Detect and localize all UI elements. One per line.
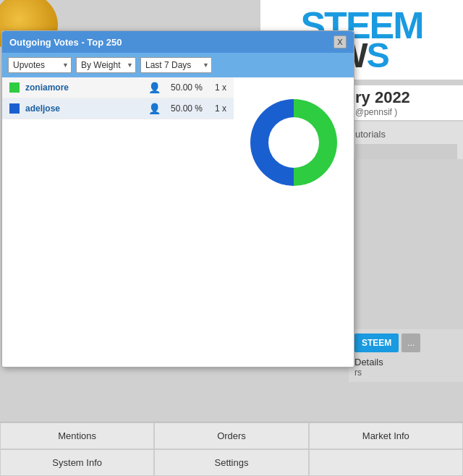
sort-filter-select[interactable]: By Weight By Count xyxy=(76,57,136,73)
tab-system-info[interactable]: System Info xyxy=(0,449,154,476)
table-row: adeljose 👤 50.00 % 1 x xyxy=(2,98,234,119)
svg-point-0 xyxy=(268,117,319,168)
type-filter-wrapper: Upvotes Downvotes ▼ xyxy=(8,57,72,73)
modal-title: Outgoing Votes - Top 250 xyxy=(9,37,122,48)
modal-header: Outgoing Votes - Top 250 X xyxy=(2,31,354,53)
tab-row-2: System Info Settings xyxy=(0,449,463,476)
steem-button[interactable]: STEEM xyxy=(354,333,399,352)
outgoing-votes-modal: Outgoing Votes - Top 250 X Upvotes Downv… xyxy=(1,30,354,367)
user-text: @pennsif ) xyxy=(355,107,457,117)
tab-mentions[interactable]: Mentions xyxy=(0,422,154,449)
count-adeljose: 1 x xyxy=(208,103,226,114)
period-filter-select[interactable]: Last 7 Days Last 30 Days All Time xyxy=(140,57,212,73)
dots-button[interactable]: ... xyxy=(402,333,420,352)
color-indicator-green xyxy=(9,82,20,93)
sort-filter-wrapper: By Weight By Count ▼ xyxy=(76,57,136,73)
username-zoniamore[interactable]: zoniamore xyxy=(25,82,143,93)
rs-text: rs xyxy=(354,367,457,378)
tab-market-info[interactable]: Market Info xyxy=(309,422,463,449)
bottom-tabs: Mentions Orders Market Info System Info … xyxy=(0,422,463,476)
tab-settings[interactable]: Settings xyxy=(154,449,308,476)
filter-bar: Upvotes Downvotes ▼ By Weight By Count ▼… xyxy=(2,53,354,77)
tutorials-text: utorials xyxy=(355,129,457,140)
table-row: zoniamore 👤 50.00 % 1 x xyxy=(2,77,234,98)
type-filter-select[interactable]: Upvotes Downvotes xyxy=(8,57,72,73)
pct-zoniamore: 50.00 % xyxy=(166,82,203,93)
username-adeljose[interactable]: adeljose xyxy=(25,103,143,114)
color-indicator-blue xyxy=(9,103,20,114)
count-zoniamore: 1 x xyxy=(208,82,226,93)
donut-chart xyxy=(243,92,344,193)
tab-row-1: Mentions Orders Market Info xyxy=(0,422,463,449)
details-text: Details xyxy=(354,357,457,367)
modal-body: zoniamore 👤 50.00 % 1 x adeljose 👤 50.00… xyxy=(2,77,354,367)
year-user-panel: ry 2022 @pennsif ) xyxy=(349,85,463,120)
person-icon-2: 👤 xyxy=(148,103,161,114)
pct-adeljose: 50.00 % xyxy=(166,103,203,114)
tab-empty xyxy=(309,449,463,476)
tab-orders[interactable]: Orders xyxy=(154,422,308,449)
period-filter-wrapper: Last 7 Days Last 30 Days All Time ▼ xyxy=(140,57,212,73)
year-text: ry 2022 xyxy=(355,88,457,107)
votes-table: zoniamore 👤 50.00 % 1 x adeljose 👤 50.00… xyxy=(2,77,234,367)
chart-area xyxy=(234,77,354,367)
modal-close-button[interactable]: X xyxy=(334,35,347,48)
person-icon-1: 👤 xyxy=(148,82,161,93)
steem-btn-area: STEEM ... Details rs xyxy=(349,329,463,382)
